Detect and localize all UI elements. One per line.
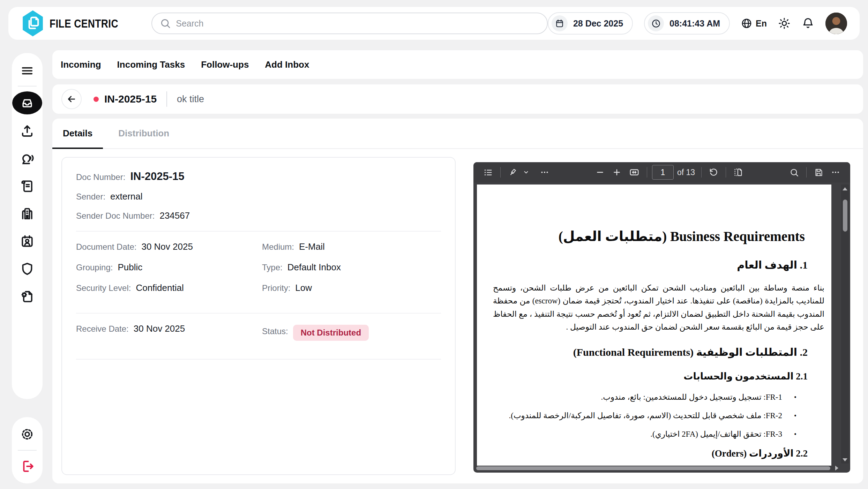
more-options-icon[interactable] [536,165,553,180]
table-of-contents-icon[interactable] [480,165,497,180]
user-avatar[interactable] [825,13,847,34]
bullet-marker: • [794,431,796,438]
pdf-doc-title: Business Requirements (متطلبات العمل) [493,228,805,244]
bullet-text: FR-1: تسجيل وتسجيل دخول للمستخدمين: بائع… [601,392,782,402]
scroll-up-arrow-icon[interactable] [843,187,847,190]
chevron-down-icon[interactable] [521,165,531,180]
clock-icon [648,15,664,31]
toolbar-divider [500,167,501,178]
pdf-section-1-heading: 1. الهدف العام [493,259,808,271]
app-logo: FILE CENTRIC [21,10,133,37]
settings-button[interactable] [16,423,38,445]
globe-icon [741,18,752,29]
bullet-text: FR-2: ملف شخصي قابل للتحديث (الاسم، صورة… [509,411,782,420]
field-document-date: Document Date: 30 Nov 2025 [76,241,262,252]
sidebar-item-contacts[interactable] [16,227,38,255]
logout-button[interactable] [16,456,38,477]
pdf-viewer: of 13 Business Requireme [473,162,850,473]
pdf-horizontal-scrollbar[interactable] [476,465,838,471]
document-detail-card: Details Distribution Doc Number: IN-2025… [52,119,863,483]
field-value: Confidential [136,283,184,293]
nav-item-follow-ups[interactable]: Follow-ups [201,59,249,70]
nav-item-incoming-tasks[interactable]: Incoming Tasks [117,59,185,70]
rotate-icon[interactable] [705,165,722,180]
vertical-scroll-thumb[interactable] [843,200,847,232]
voice-icon [20,151,35,166]
field-value: IN-2025-15 [130,170,184,183]
nav-item-add-inbox[interactable]: Add Inbox [265,59,309,70]
field-grouping: Grouping: Public [76,262,262,273]
menu-icon[interactable] [16,61,38,81]
field-sender-doc-number: Sender Doc Number: 234567 [76,210,441,221]
field-receive-date: Receive Date: 30 Nov 2025 [76,323,262,339]
sidebar-bottom-divider [18,450,37,451]
save-icon[interactable] [810,165,827,180]
field-label: Status: [262,326,288,336]
document-title: ok title [177,94,204,105]
document-settings-icon [20,289,35,304]
contact-badge-icon [20,234,35,249]
field-label: Document Date: [76,242,136,252]
page-view-icon[interactable] [729,165,747,180]
sidebar-item-inbox[interactable] [12,91,42,114]
tab-details[interactable]: Details [52,119,103,148]
logout-icon [20,459,35,474]
notifications-button[interactable] [802,17,814,30]
sidebar-item-security[interactable] [16,255,38,283]
pdf-section-1-body: بناء منصة وساطة بين البائعين ومناديب الش… [493,281,824,333]
field-label: Security Level: [76,283,131,293]
details-panel: Doc Number: IN-2025-15 Sender: external … [61,157,456,475]
time-pill[interactable]: 08:41:43 AM [644,12,730,35]
field-value: 234567 [159,210,190,221]
language-selector[interactable]: En [741,18,767,29]
upload-icon [20,124,35,138]
pdf-section-2-2-heading: 2.2 الأوردرات (Orders) [493,448,808,459]
scroll-right-arrow-icon[interactable] [835,466,838,471]
fit-to-width-icon[interactable] [625,165,643,180]
field-type: Type: Default Inbox [262,262,441,273]
field-label: Doc Number: [76,172,125,182]
zoom-in-icon[interactable] [608,165,625,180]
pdf-search-icon[interactable] [786,165,803,180]
field-label: Sender Doc Number: [76,211,155,221]
nav-item-incoming[interactable]: Incoming [61,59,101,70]
pdf-toolbar: of 13 [473,162,850,182]
inbox-icon [21,96,34,110]
sidebar-item-fax[interactable] [16,200,38,227]
field-label: Medium: [262,242,294,252]
field-medium: Medium: E-Mail [262,241,441,252]
section-divider [76,313,441,314]
field-value: external [110,191,143,202]
page-number-input[interactable] [652,165,674,180]
section-divider [76,359,441,360]
sidebar-item-document-settings[interactable] [16,283,38,310]
highlighter-icon[interactable] [504,165,521,180]
theme-toggle-button[interactable] [778,17,791,30]
scroll-down-arrow-icon[interactable] [843,458,847,461]
field-status: Status: Not Distributed [262,323,441,339]
sidebar-bottom [12,417,43,483]
field-security-level: Security Level: Confidential [76,283,262,293]
bullet-marker: • [794,394,796,401]
pdf-bullet-item: • FR-3: تحقق الهاتف/إيميل (2FA اختياري). [493,429,796,439]
field-value: Public [118,262,142,273]
sidebar-item-voice[interactable] [16,145,38,172]
pdf-bullet-item: • FR-2: ملف شخصي قابل للتحديث (الاسم، صو… [493,411,796,420]
back-button[interactable] [61,89,82,109]
pdf-more-options-icon[interactable] [827,165,844,180]
search-input[interactable] [176,18,539,29]
field-label: Type: [262,263,283,272]
sidebar-item-scroll[interactable] [16,172,38,200]
section-divider [76,231,441,232]
zoom-out-icon[interactable] [592,165,608,180]
pdf-section-2-1-heading: 2.1 المستخدمون والحسابات [493,371,808,382]
horizontal-scroll-thumb[interactable] [476,466,830,470]
status-badge: Not Distributed [293,325,369,341]
field-label: Sender: [76,192,105,202]
sidebar-item-upload[interactable] [16,117,38,145]
field-doc-number: Doc Number: IN-2025-15 [76,170,441,183]
tab-distribution[interactable]: Distribution [108,119,180,148]
field-sender: Sender: external [76,191,441,202]
date-pill[interactable]: 28 Dec 2025 [548,12,633,35]
pdf-vertical-scrollbar[interactable] [841,185,849,464]
